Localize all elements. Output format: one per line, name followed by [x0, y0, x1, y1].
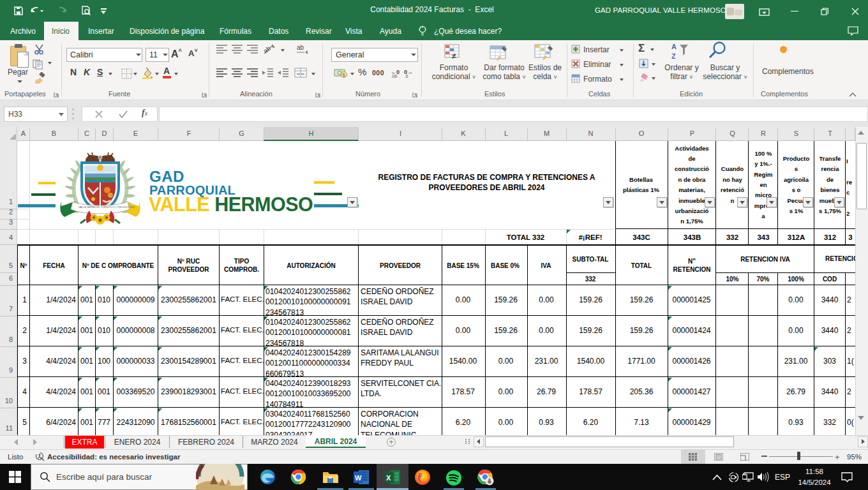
svg-text:VALLE HERMOSO TURISTICO Y PROD: VALLE HERMOSO TURISTICO Y PRODUCTIVO	[79, 205, 135, 209]
svg-text:ab: ab	[297, 44, 304, 51]
svg-text:A: A	[671, 43, 677, 50]
svg-text:.00: .00	[391, 74, 397, 78]
svg-text:$: $	[343, 73, 345, 77]
svg-text:X: X	[386, 474, 391, 482]
svg-text:W: W	[355, 474, 362, 482]
svg-text:≠: ≠	[452, 52, 456, 61]
svg-text:.0: .0	[405, 74, 408, 78]
svg-text:Z: Z	[671, 52, 676, 60]
